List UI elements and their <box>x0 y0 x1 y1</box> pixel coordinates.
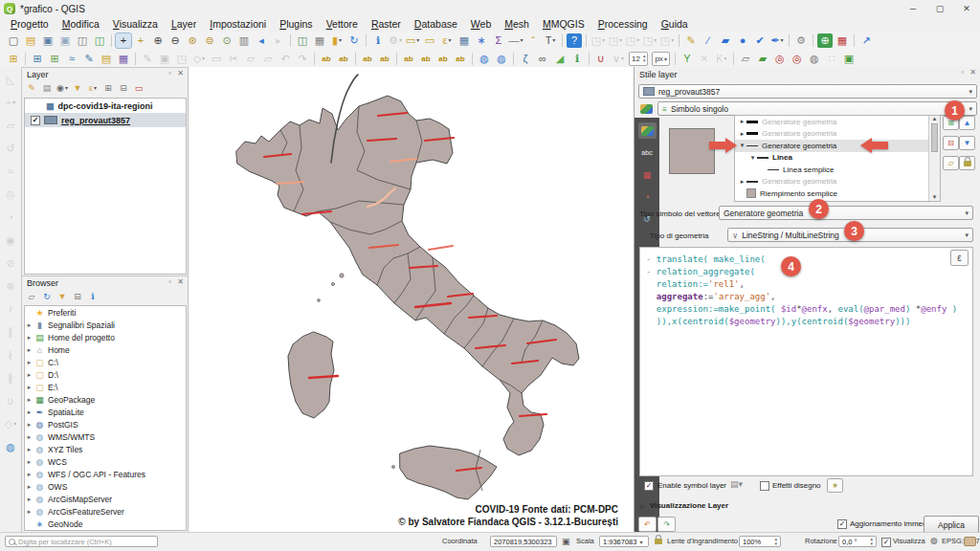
extents-icon[interactable]: ▣ <box>562 537 570 546</box>
map-canvas[interactable]: COVID-19 Fonte dati: PCM-DPC © by Salvat… <box>188 67 635 532</box>
annotation-pen-icon[interactable]: ✒▾ <box>769 33 785 48</box>
refresh-browser-icon[interactable]: ↻ <box>40 291 54 303</box>
collapse-browser-icon[interactable]: ⊟ <box>71 291 84 303</box>
browser-item-preferiti[interactable]: ★Preferiti <box>25 306 186 319</box>
browser-item-c-drive[interactable]: ▸▢C:\ <box>25 356 186 368</box>
menu-visualizza[interactable]: Visualizza <box>106 17 165 32</box>
refresh-map-icon[interactable]: ↻ <box>346 33 362 48</box>
add-ring-icon[interactable]: ◎ <box>3 187 18 202</box>
snap-tolerance-spin[interactable]: 12▴▾ <box>629 52 648 66</box>
delete-ring-icon[interactable]: ⊘ <box>3 256 18 271</box>
zoom-to-selection-icon[interactable]: ⊜ <box>202 33 217 48</box>
new-project-icon[interactable]: ▢ <box>6 33 21 48</box>
delete-selected-icon[interactable]: ▭ <box>209 52 224 66</box>
redo-style-button[interactable]: ↷ <box>657 517 676 532</box>
renderer-combo[interactable]: ≡ Simbolo singolo▾ <box>657 101 977 116</box>
zoom-last-icon[interactable]: ◂ <box>254 33 269 48</box>
minimize-button[interactable]: ─ <box>900 1 926 17</box>
menu-database[interactable]: Database <box>408 17 464 32</box>
label-move-icon[interactable]: ab <box>435 52 451 66</box>
filter-browser-icon[interactable]: ▼ <box>56 291 69 303</box>
messages-icon[interactable] <box>964 537 976 546</box>
collapse-all-icon[interactable]: ⊟ <box>117 82 130 95</box>
add-raster-layer-icon[interactable]: ⊞ <box>47 52 62 66</box>
simplify-feature-icon[interactable]: ≈ <box>3 165 18 179</box>
annotation-line-icon[interactable]: ∕ <box>701 33 716 48</box>
select-by-expression-icon[interactable]: ε▾ <box>439 33 455 48</box>
new-3d-map-view-icon[interactable]: ▦ <box>312 33 327 48</box>
toggle-editing-icon[interactable]: ✎ <box>140 52 155 66</box>
tab-3d[interactable]: ▦ <box>638 166 657 183</box>
add-part-icon[interactable]: ◔ <box>3 210 18 225</box>
paste-layer-style-icon[interactable]: ▰ <box>755 52 770 66</box>
add-group-icon[interactable]: ▤ <box>40 82 54 95</box>
annotation-circle-icon[interactable]: ● <box>735 33 750 48</box>
new-map-view-icon[interactable]: ◫ <box>295 33 310 48</box>
new-print-layout-icon[interactable]: ◫ <box>75 33 90 48</box>
run-feature-action-icon[interactable]: ⚙▾ <box>388 33 403 48</box>
vertex-tool-e-icon[interactable]: ◳▾ <box>659 33 675 48</box>
osm-search-icon[interactable]: ⊕ <box>817 33 833 48</box>
copy-layer-style-icon[interactable]: ▱ <box>738 52 753 66</box>
xy-coords-icon[interactable]: ∷ <box>824 52 839 66</box>
help-contents-icon[interactable]: ? <box>567 33 582 48</box>
remove-layer-icon[interactable]: ▭ <box>132 82 145 95</box>
expand-caret-icon[interactable]: ▶ <box>640 503 645 511</box>
expression-builder-button[interactable]: ε <box>950 250 969 266</box>
split-features-icon[interactable]: ∤ <box>3 348 18 363</box>
pan-to-selection-icon[interactable]: + <box>133 33 148 48</box>
pan-map-icon[interactable]: + <box>116 33 131 48</box>
reshape-features-icon[interactable]: ≀ <box>3 302 18 317</box>
deselect-features-icon[interactable]: ▭ <box>422 33 437 48</box>
symbol-type-combo[interactable]: Generatore geometria▾ <box>719 206 973 220</box>
add-feature-icon[interactable]: ◳ <box>174 52 189 66</box>
topology-k-icon[interactable]: K▾ <box>714 52 729 66</box>
properties-browser-icon[interactable]: ℹ <box>86 291 100 303</box>
label-pin-icon[interactable]: ab <box>336 52 351 66</box>
browser-item-ows[interactable]: ▸◍OWS <box>25 480 186 493</box>
browser-item-postgis[interactable]: ▸◍PostGIS <box>25 418 186 430</box>
zoom-next-icon[interactable]: ▸ <box>271 33 286 48</box>
save-project-as-icon[interactable]: ▣ <box>57 33 73 48</box>
rotate-feature-icon[interactable]: ↺ <box>3 142 18 156</box>
manage-themes-icon[interactable]: ◉▾ <box>56 82 69 95</box>
layer-checkbox[interactable]: ✓ <box>31 116 40 125</box>
mmqgis-tool-icon[interactable]: ▦ <box>835 33 850 48</box>
data-source-manager-icon[interactable]: ⊞ <box>6 52 21 66</box>
layer-rendering-label[interactable]: Visualizzazione Layer <box>650 501 728 510</box>
python-console-icon[interactable]: ζ <box>518 52 533 66</box>
open-project-icon[interactable]: ▤ <box>23 33 38 48</box>
maximize-button[interactable]: ▢ <box>926 1 953 17</box>
layer-selector-combo[interactable]: reg_provaut3857▾ <box>638 84 977 99</box>
enable-symbol-layer-checkbox[interactable]: ✓ <box>644 481 654 491</box>
tree-scrollbar[interactable]: ▲▼ <box>928 116 940 201</box>
copy-move-feature-icon[interactable]: ▱ <box>3 119 18 133</box>
label-pin-unpin-icon[interactable]: ab <box>401 52 416 66</box>
expression-editor[interactable]: - translate( make_line(- relation_aggreg… <box>639 247 973 476</box>
move-feature-icon[interactable]: +▾ <box>3 96 18 110</box>
label-callout-icon[interactable]: ab <box>377 52 392 66</box>
live-update-checkbox[interactable]: ✓ <box>837 519 847 529</box>
add-spatialite-icon[interactable]: ▤ <box>99 52 114 66</box>
topology-checker-icon[interactable]: Y <box>679 52 695 66</box>
data-defined-icon[interactable]: ▤▾ <box>730 479 743 489</box>
symbol-layer-row-6[interactable]: Riempimento semplice <box>735 187 940 200</box>
plugin-search-icon[interactable]: ∞ <box>535 52 550 66</box>
metasearch-2-icon[interactable]: ◍ <box>494 52 509 66</box>
web-globe-icon[interactable]: ◍ <box>807 52 822 66</box>
symbol-layer-row-3[interactable]: ▾Linea <box>735 152 940 165</box>
copy-features-icon[interactable]: ▱ <box>243 52 258 66</box>
filter-legend-icon[interactable]: ▼ <box>71 82 84 95</box>
split-parts-icon[interactable]: ∦ <box>3 371 18 386</box>
menu-plugins[interactable]: Plugins <box>273 17 319 32</box>
browser-item-home[interactable]: ▸⌂Home <box>25 343 186 356</box>
browser-item-home-progetto[interactable]: ▸▤Home del progetto <box>25 331 186 343</box>
browser-item-wcs[interactable]: ▸◍WCS <box>25 455 186 468</box>
browser-item-segnalibri-spaziali[interactable]: ▸▮Segnalibri Spaziali <box>25 319 186 331</box>
label-show-hide-icon[interactable]: ab <box>418 52 434 66</box>
coordinate-input[interactable]: 2070819,5300323 <box>490 536 557 547</box>
select-features-icon[interactable]: ▭▾ <box>405 33 420 48</box>
zoom-out-icon[interactable]: ⊖ <box>167 33 183 48</box>
annotation-svg-icon[interactable]: ✔ <box>752 33 768 48</box>
menu-layer[interactable]: Layer <box>165 17 203 32</box>
